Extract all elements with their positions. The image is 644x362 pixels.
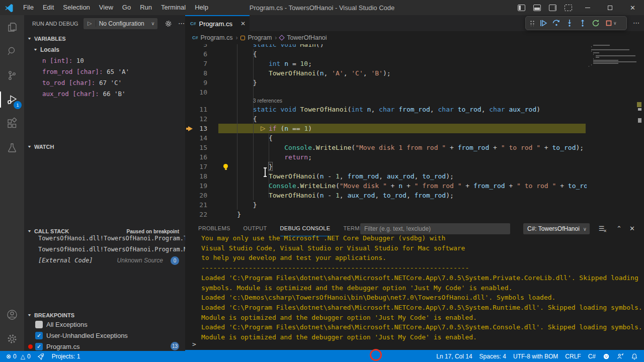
restart-button[interactable] [589,17,602,29]
minimap-line [591,64,592,65]
close-button[interactable]: ✕ [621,0,644,15]
maximize-panel-icon[interactable]: ⌃ [616,225,622,232]
minimap[interactable] [587,40,632,101]
toggle-secondary-sidebar-icon[interactable] [549,5,556,11]
account-icon[interactable] [0,303,24,327]
collapse-all-icon[interactable]: ☰✕ [599,225,608,232]
debug-settings-gear-icon[interactable] [165,20,172,28]
code-line[interactable]: } [221,210,587,219]
menu-edit[interactable]: Edit [38,0,58,15]
toggle-panel-icon[interactable] [533,5,541,11]
variable-row[interactable]: from_rod [char]: 65 'A' [42,66,183,77]
close-tab-icon[interactable]: ✕ [240,20,246,27]
code-line[interactable]: static void TowerOfHanoi(int n, char fro… [221,105,587,114]
code-editor[interactable]: 5678910111213141516171819202122 static v… [185,31,644,221]
language-mode[interactable]: C# [585,351,599,362]
breadcrumb-item[interactable]: TowerOfHanoi [280,34,327,41]
menu-help[interactable]: Help [190,0,213,15]
feedback-indicator[interactable] [613,351,627,362]
console-filter-input[interactable]: Filter (e.g. text, !exclude) [360,223,510,234]
breakpoint-dot-icon [28,344,33,349]
console-line: symbols. Module is optimized and the deb… [201,284,512,294]
encoding[interactable]: UTF-8 with BOM [510,351,561,362]
code-line[interactable]: return; [221,152,587,162]
breadcrumb-item[interactable]: C#Program.cs [192,34,232,41]
problems-indicator[interactable]: ⊗0 △0 [0,351,34,362]
variable-row[interactable]: n [int]: 10 [42,55,183,66]
code-line[interactable]: } [221,200,587,210]
stop-dropdown-chevron-icon[interactable]: ∨ [613,21,617,26]
watch-section-header[interactable]: ▼ WATCH [24,141,185,152]
console-line: You may only use the Microsoft .NET Core… [201,234,445,244]
projects-indicator[interactable]: Projects: 1 [48,351,84,362]
step-into-button[interactable] [563,17,576,29]
code-line[interactable]: TowerOfHanoi(n, 'A', 'C', 'B'); [221,68,587,78]
close-panel-icon[interactable]: ✕ [629,225,635,232]
code-line[interactable]: int n = 10; [221,59,587,68]
codelens-references[interactable]: 3 references [253,97,282,105]
breakpoint-checkbox[interactable] [35,321,43,328]
variables-section-header[interactable]: ▼ VARIABLES [24,33,185,44]
indentation[interactable]: Spaces: 4 [476,351,510,362]
debug-config-dropdown[interactable]: ▷ No Configuration ∨ [84,18,157,29]
menu-run[interactable]: Run [135,0,156,15]
code-line[interactable]: TowerOfHanoi(n - 1, aux_rod, to_rod, fro… [221,191,587,200]
variable-row[interactable]: aux_rod [char]: 66 'B' [42,88,183,100]
code-line[interactable]: { [221,133,587,143]
code-line[interactable]: { [221,49,587,59]
breakpoint-badge: 13 [171,342,179,350]
code-line[interactable]: if (n == 1) [221,124,587,133]
continue-button[interactable] [537,17,550,29]
cursor-position[interactable]: Ln 17, Col 14 [433,351,475,362]
call-stack-frame[interactable]: [External Code]Unknown Source0 [38,255,185,266]
maximize-button[interactable] [599,0,621,15]
sidebar-item-search[interactable] [0,39,24,63]
breadcrumb-item[interactable]: Program [240,34,272,41]
sidebar-item-run-and-debug[interactable]: 1 [0,87,24,112]
start-debug-icon[interactable]: ▷ [84,20,96,27]
editor-more-actions-icon[interactable]: ⋯ [633,19,640,27]
code-line[interactable]: } [221,162,587,171]
variable-row[interactable]: to_rod [char]: 67 'C' [42,77,183,88]
menu-selection[interactable]: Selection [58,0,94,15]
call-stack-frame[interactable]: TowersOfHanoi.dll!TowersOfHanoi.Program.… [38,244,185,255]
menu-file[interactable]: File [19,0,38,15]
breakpoint-checkbox[interactable]: ✓ [35,332,43,339]
notifications-indicator[interactable] [627,351,644,362]
code-line[interactable]: { [221,114,587,124]
customize-layout-icon[interactable] [565,5,572,11]
breakpoint-row[interactable]: ✓User-Unhandled Exceptions [24,330,185,341]
minimize-button[interactable] [576,0,599,15]
settings-gear-icon[interactable] [0,327,24,351]
breakpoint-row[interactable]: All Exceptions [24,319,185,330]
debug-session-dropdown[interactable]: C#: TowersOfHanoi ∨ [523,223,590,234]
debug-console-output[interactable]: You may only use the Microsoft .NET Core… [201,234,641,340]
code-line[interactable] [221,87,587,97]
code-line[interactable]: TowerOfHanoi(n - 1, from_rod, aux_rod, t… [221,171,587,181]
locals-scope[interactable]: ▼ Locals [30,44,185,55]
csharp-devkit-indicator[interactable] [599,351,613,362]
symbol-method-icon [279,35,285,40]
menu-terminal[interactable]: Terminal [156,0,190,15]
breakpoint-checkbox[interactable]: ✓ [35,343,43,350]
toggle-sidebar-icon[interactable] [518,5,525,11]
step-out-button[interactable] [576,17,589,29]
call-stack-frame[interactable]: TowersOfHanoi.dll!TowersOfHanoi.Program.… [38,233,185,244]
code-line[interactable]: Console.WriteLine("Move disk 1 from rod … [221,143,587,152]
sidebar-item-source-control[interactable] [0,63,24,87]
code-line[interactable]: Console.WriteLine("Move disk " + n + " f… [221,181,587,191]
step-over-button[interactable] [550,17,563,29]
eol-sequence[interactable]: CRLF [561,351,584,362]
sidebar-item-testing[interactable] [0,136,24,160]
more-actions-icon[interactable]: ⋯ [178,20,185,27]
toolbar-drag-handle[interactable] [530,20,535,26]
breakpoint-row[interactable]: ✓Program.cs13 [24,341,185,351]
sidebar-item-explorer[interactable] [0,15,24,39]
code-line[interactable]: } [221,78,587,87]
sidebar-item-extensions[interactable] [0,112,24,136]
menu-view[interactable]: View [95,0,118,15]
console-prompt[interactable]: > [192,340,196,348]
launch-indicator[interactable] [34,351,48,362]
tab-program-cs[interactable]: C# Program.cs ✕ [185,15,250,31]
menu-go[interactable]: Go [118,0,135,15]
